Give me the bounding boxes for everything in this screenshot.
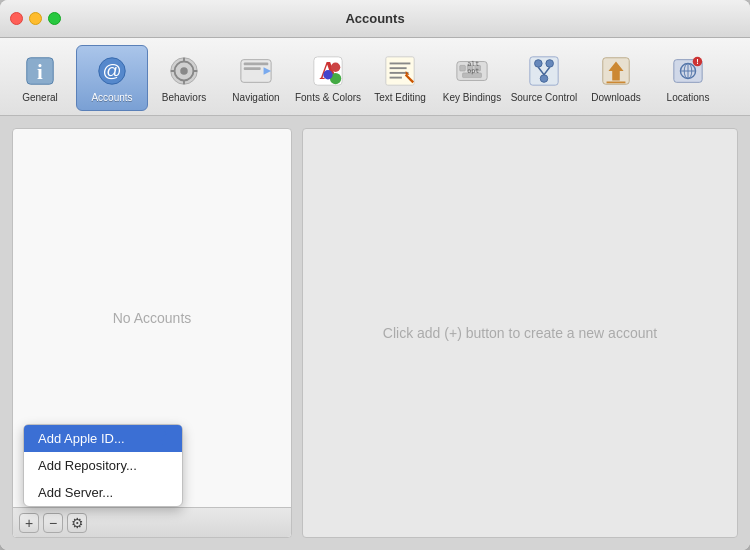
svg-rect-28 bbox=[460, 65, 466, 71]
svg-point-6 bbox=[180, 67, 188, 75]
toolbar-item-source-control[interactable]: Source Control bbox=[508, 45, 580, 111]
titlebar: Accounts bbox=[0, 0, 750, 38]
toolbar-item-locations[interactable]: ! Locations bbox=[652, 45, 724, 111]
menu-item-add-apple-id[interactable]: Add Apple ID... bbox=[24, 425, 182, 452]
fonts-colors-icon: A bbox=[310, 53, 346, 89]
cursor-icon bbox=[156, 427, 174, 451]
svg-point-35 bbox=[535, 59, 543, 67]
content-area: No Accounts Add Apple ID... Add Reposito… bbox=[0, 116, 750, 550]
svg-text:i: i bbox=[37, 59, 43, 82]
right-panel-placeholder: Click add (+) button to create a new acc… bbox=[383, 325, 657, 341]
key-bindings-label: Key Bindings bbox=[443, 92, 501, 103]
no-accounts-label: No Accounts bbox=[113, 310, 192, 326]
source-control-label: Source Control bbox=[511, 92, 578, 103]
right-panel: Click add (+) button to create a new acc… bbox=[302, 128, 738, 538]
svg-point-18 bbox=[331, 62, 340, 71]
window-buttons bbox=[10, 12, 61, 25]
menu-item-add-repository[interactable]: Add Repository... bbox=[24, 452, 182, 479]
key-bindings-icon: alt opt bbox=[454, 53, 490, 89]
close-button[interactable] bbox=[10, 12, 23, 25]
svg-point-19 bbox=[323, 70, 332, 79]
fonts-colors-label: Fonts & Colors bbox=[295, 92, 361, 103]
toolbar: i General @ Accounts bbox=[0, 38, 750, 116]
navigation-label: Navigation bbox=[232, 92, 279, 103]
svg-text:opt: opt bbox=[467, 66, 479, 74]
text-editing-label: Text Editing bbox=[374, 92, 426, 103]
accounts-label: Accounts bbox=[91, 92, 132, 103]
svg-rect-12 bbox=[244, 62, 269, 65]
accounts-icon: @ bbox=[94, 53, 130, 89]
navigation-icon bbox=[238, 53, 274, 89]
main-window: Accounts i General @ Accounts bbox=[0, 0, 750, 550]
svg-text:@: @ bbox=[102, 59, 121, 80]
maximize-button[interactable] bbox=[48, 12, 61, 25]
behaviors-label: Behaviors bbox=[162, 92, 206, 103]
behaviors-icon bbox=[166, 53, 202, 89]
add-account-button[interactable]: + bbox=[19, 513, 39, 533]
general-label: General bbox=[22, 92, 58, 103]
toolbar-item-accounts[interactable]: @ Accounts bbox=[76, 45, 148, 111]
downloads-label: Downloads bbox=[591, 92, 640, 103]
toolbar-item-navigation[interactable]: Navigation bbox=[220, 45, 292, 111]
svg-rect-20 bbox=[386, 56, 414, 84]
add-account-menu: Add Apple ID... Add Repository... Add Se… bbox=[23, 424, 183, 507]
remove-account-button[interactable]: − bbox=[43, 513, 63, 533]
toolbar-item-fonts-colors[interactable]: A Fonts & Colors bbox=[292, 45, 364, 111]
minimize-button[interactable] bbox=[29, 12, 42, 25]
locations-icon: ! bbox=[670, 53, 706, 89]
text-editing-icon bbox=[382, 53, 418, 89]
svg-point-37 bbox=[540, 74, 548, 82]
panel-toolbar: + − ⚙ bbox=[13, 507, 291, 537]
svg-rect-13 bbox=[244, 67, 261, 70]
svg-text:!: ! bbox=[696, 57, 699, 66]
left-panel: No Accounts Add Apple ID... Add Reposito… bbox=[12, 128, 292, 538]
downloads-icon bbox=[598, 53, 634, 89]
menu-item-add-server[interactable]: Add Server... bbox=[24, 479, 182, 506]
svg-point-36 bbox=[546, 59, 554, 67]
toolbar-item-text-editing[interactable]: Text Editing bbox=[364, 45, 436, 111]
toolbar-item-downloads[interactable]: Downloads bbox=[580, 45, 652, 111]
toolbar-item-general[interactable]: i General bbox=[4, 45, 76, 111]
window-title: Accounts bbox=[345, 11, 404, 26]
toolbar-item-key-bindings[interactable]: alt opt Key Bindings bbox=[436, 45, 508, 111]
locations-label: Locations bbox=[667, 92, 710, 103]
settings-button[interactable]: ⚙ bbox=[67, 513, 87, 533]
toolbar-item-behaviors[interactable]: Behaviors bbox=[148, 45, 220, 111]
general-icon: i bbox=[22, 53, 58, 89]
source-control-icon bbox=[526, 53, 562, 89]
